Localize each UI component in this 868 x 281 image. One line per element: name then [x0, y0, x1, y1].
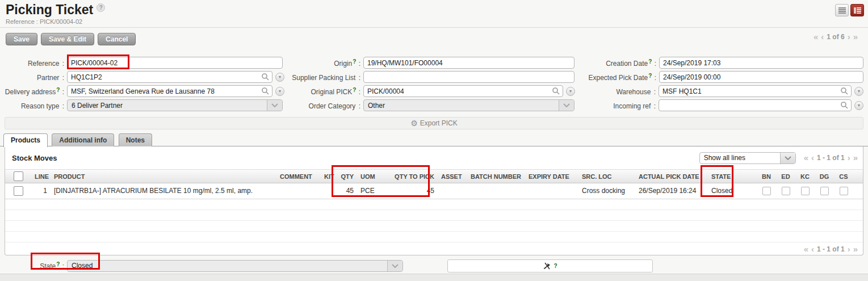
- chevron-down-icon: [780, 153, 795, 163]
- order-category-select[interactable]: Other: [363, 99, 575, 111]
- show-all-lines-select[interactable]: Show all lines: [699, 152, 796, 164]
- cell-kc: [795, 183, 815, 199]
- empty-row: [5, 221, 863, 232]
- col-comment[interactable]: COMMENT: [276, 170, 321, 183]
- pager-first-icon[interactable]: «: [804, 154, 808, 161]
- table-header-row: LINE PRODUCT COMMENT KIT QTY UOM QTY TO …: [5, 169, 863, 183]
- cs-checkbox[interactable]: [840, 187, 848, 195]
- creation-date-input[interactable]: [659, 57, 863, 69]
- col-kc[interactable]: KC: [795, 170, 815, 183]
- warehouse-label: Warehouse :: [577, 87, 659, 96]
- page-title: Picking Ticket: [6, 2, 93, 18]
- col-expiry-date[interactable]: EXPIRY DATE: [525, 170, 578, 183]
- cell-cs: [834, 183, 853, 199]
- tab-products[interactable]: Products: [3, 133, 48, 147]
- pager-first-icon[interactable]: «: [804, 246, 808, 253]
- view-switcher: [835, 4, 864, 16]
- kc-checkbox[interactable]: [801, 187, 810, 195]
- toolbar: Save Save & Edit Cancel « ‹ 1 of 6 › »: [0, 28, 868, 49]
- tab-additional-info[interactable]: Additional info: [52, 133, 114, 146]
- stock-moves-panel: Stock Moves Show all lines « ‹ 1 - 1 of …: [5, 146, 863, 255]
- col-ed[interactable]: ED: [776, 170, 795, 183]
- form-fields: Reference : Partner : ▼ Delivery address…: [0, 49, 868, 116]
- reason-type-label: Reason type :: [0, 101, 67, 110]
- delivery-address-dropdown-button[interactable]: ▼: [275, 87, 284, 96]
- cell-ed: [776, 183, 795, 199]
- col-bn[interactable]: BN: [757, 170, 776, 183]
- pager-first-icon[interactable]: «: [814, 33, 818, 40]
- supplier-packing-list-label: Supplier Packing List :: [286, 73, 363, 82]
- pager-last-icon[interactable]: »: [853, 154, 858, 161]
- table-row[interactable]: 1 [DINJATRB1A-] ATRACURIUM BESILATE 10 m…: [5, 183, 863, 199]
- col-qty-to-pick[interactable]: QTY TO PICK: [383, 170, 438, 183]
- pager-next-icon[interactable]: ›: [848, 154, 850, 161]
- expected-pick-date-input[interactable]: [659, 71, 863, 83]
- origin-input[interactable]: [363, 57, 575, 69]
- reason-type-select[interactable]: 6 Deliver Partner: [67, 99, 283, 111]
- incoming-ref-dropdown-button[interactable]: ▼: [854, 101, 863, 110]
- notebook-tabs: Products Additional info Notes: [0, 133, 868, 146]
- col-qty[interactable]: QTY: [337, 170, 357, 183]
- warehouse-input[interactable]: [659, 85, 852, 97]
- breadcrumb-reference: Reference : PICK/00004-02: [6, 18, 868, 25]
- bn-checkbox[interactable]: [762, 187, 771, 195]
- chevron-down-icon: [387, 261, 402, 271]
- col-state[interactable]: STATE: [708, 170, 757, 183]
- list-view-button[interactable]: [835, 4, 849, 16]
- original-pick-input[interactable]: [363, 85, 563, 97]
- pager-position: 1 - 1 of 1: [817, 245, 845, 253]
- dg-checkbox[interactable]: [820, 187, 829, 195]
- cell-src-loc: Cross docking: [578, 183, 635, 199]
- save-and-edit-button[interactable]: Save & Edit: [41, 33, 94, 45]
- form-view-icon: [854, 7, 861, 14]
- original-pick-label: Original PICK? :: [286, 87, 363, 96]
- col-line[interactable]: LINE: [31, 170, 51, 183]
- workflow-action-box[interactable]: ?: [447, 259, 653, 272]
- cancel-button[interactable]: Cancel: [98, 33, 136, 45]
- pager-last-icon[interactable]: »: [853, 246, 858, 253]
- expected-pick-date-label: Expected Pick Date? :: [577, 73, 659, 82]
- row-checkbox[interactable]: [14, 186, 23, 196]
- col-batch-number[interactable]: BATCH NUMBER: [467, 170, 525, 183]
- pager-prev-icon[interactable]: ‹: [811, 246, 814, 253]
- cell-bn: [757, 183, 776, 199]
- pager-next-icon[interactable]: ›: [848, 246, 850, 253]
- export-pick-button[interactable]: ⚙ Export PICK: [410, 119, 458, 127]
- select-all-checkbox-cell: [5, 170, 31, 183]
- col-dg[interactable]: DG: [815, 170, 834, 183]
- list-view-icon: [838, 7, 846, 14]
- pager-next-icon[interactable]: ›: [848, 33, 850, 40]
- partner-dropdown-button[interactable]: ▼: [275, 73, 284, 82]
- incoming-ref-input[interactable]: [659, 99, 852, 111]
- cell-dg: [815, 183, 834, 199]
- state-select[interactable]: Closed: [67, 260, 403, 272]
- col-kit[interactable]: KIT: [321, 170, 337, 183]
- supplier-packing-list-input[interactable]: [363, 71, 575, 83]
- select-all-checkbox[interactable]: [14, 171, 23, 181]
- pager-prev-icon[interactable]: ‹: [811, 154, 814, 161]
- export-bar: ⚙ Export PICK: [5, 117, 863, 129]
- cell-line: 1: [31, 183, 51, 199]
- col-product[interactable]: PRODUCT: [51, 170, 276, 183]
- delivery-address-input[interactable]: [67, 85, 272, 97]
- chevron-down-icon: ▼: [857, 103, 861, 107]
- tab-notes[interactable]: Notes: [119, 133, 152, 146]
- warehouse-dropdown-button[interactable]: ▼: [854, 87, 863, 96]
- col-cs[interactable]: CS: [834, 170, 853, 183]
- col-asset[interactable]: ASSET: [438, 170, 467, 183]
- cell-asset: [438, 183, 467, 199]
- save-button[interactable]: Save: [6, 33, 37, 45]
- cell-expiry-date: [525, 183, 578, 199]
- pager-prev-icon[interactable]: ‹: [821, 33, 824, 40]
- col-uom[interactable]: UOM: [357, 170, 383, 183]
- partner-input[interactable]: [67, 71, 272, 83]
- ed-checkbox[interactable]: [782, 187, 790, 195]
- pager-last-icon[interactable]: »: [853, 33, 858, 40]
- reference-input[interactable]: [67, 57, 283, 69]
- original-pick-dropdown-button[interactable]: ▼: [566, 87, 575, 96]
- form-col-1: Reference : Partner : ▼ Delivery address…: [0, 56, 286, 112]
- col-actual-pick-date[interactable]: ACTUAL PICK DATE: [635, 170, 708, 183]
- form-view-button[interactable]: [850, 4, 864, 16]
- col-src-loc[interactable]: SRC. LOC: [578, 170, 635, 183]
- empty-row: [5, 210, 863, 221]
